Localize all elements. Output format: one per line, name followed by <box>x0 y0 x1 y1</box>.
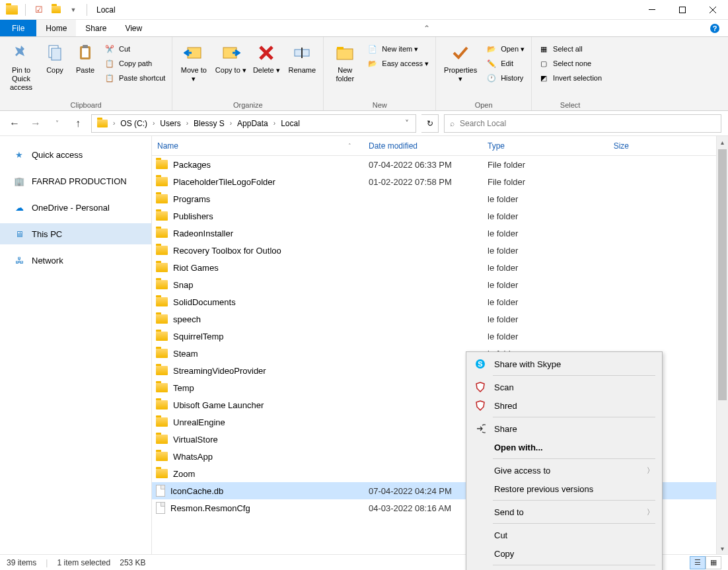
row-type: le folder <box>482 314 581 324</box>
svg-rect-8 <box>83 45 88 48</box>
breadcrumb[interactable]: › OS (C:)› Users› Blessy S› AppData› Loc… <box>91 114 416 133</box>
sidebar-quick-access[interactable]: ★ Quick access <box>0 144 151 165</box>
crumb-1[interactable]: Users <box>156 115 184 132</box>
help-button[interactable]: ? <box>702 20 728 36</box>
copy-path-button[interactable]: 📋Copy path <box>102 57 168 70</box>
table-row[interactable]: Recovery Toolbox for Outloole folder <box>152 242 728 259</box>
open-button[interactable]: 📂Open ▾ <box>484 42 527 55</box>
paste-button[interactable]: Paste <box>71 40 99 77</box>
properties-button[interactable]: Properties ▾ <box>440 40 481 86</box>
ribbon-group-select: ▦Select all ▢Select none ◩Invert selecti… <box>532 37 608 110</box>
new-item-button[interactable]: 📄New item ▾ <box>365 42 431 55</box>
close-button[interactable] <box>698 0 728 20</box>
scroll-up-button[interactable]: ▴ <box>717 136 728 148</box>
table-row[interactable]: Programsle folder <box>152 190 728 207</box>
context-menu-item[interactable]: Send to〉 <box>468 503 661 521</box>
easy-access-button[interactable]: 📂Easy access ▾ <box>365 57 431 70</box>
delete-button[interactable]: Delete ▾ <box>250 40 282 77</box>
context-menu-item[interactable]: Copy <box>468 544 661 563</box>
sidebar-farrad[interactable]: 🏢 FARRAD PRODUCTION <box>0 170 151 192</box>
scroll-down-button[interactable]: ▾ <box>717 542 728 554</box>
edit-button[interactable]: ✏️Edit <box>484 57 527 70</box>
search-input[interactable]: ⌕ Search Local <box>444 114 721 133</box>
context-menu-item[interactable]: Open with... <box>468 438 661 456</box>
folder-icon <box>156 349 168 358</box>
row-name: SolidDocuments <box>173 297 236 307</box>
sidebar-this-pc[interactable]: 🖥 This PC <box>0 223 151 244</box>
folder-icon <box>156 211 168 221</box>
crumb-3[interactable]: AppData <box>233 115 272 132</box>
context-menu-item[interactable]: Give access to〉 <box>468 461 661 480</box>
breadcrumb-dropdown[interactable]: ˅ <box>400 119 414 128</box>
icons-view-button[interactable]: ▦ <box>706 556 721 569</box>
qat-folder-icon[interactable] <box>50 3 63 17</box>
context-menu-item[interactable]: Restore previous versions <box>468 480 661 498</box>
table-row[interactable]: Riot Gamesle folder <box>152 259 728 276</box>
table-row[interactable]: Snaple folder <box>152 276 728 293</box>
new-folder-button[interactable]: New folder <box>328 40 362 86</box>
folder-icon <box>156 297 168 306</box>
row-type: le folder <box>482 211 581 221</box>
context-menu-separator <box>493 500 655 501</box>
table-row[interactable]: Publishersle folder <box>152 207 728 225</box>
table-row[interactable]: Packages07-04-2022 06:33 PMFile folder <box>152 156 728 173</box>
context-menu-item[interactable]: Scan <box>468 378 661 396</box>
cut-icon: ✂️ <box>104 44 115 54</box>
row-name: Snap <box>173 280 193 290</box>
search-icon: ⌕ <box>450 119 455 128</box>
minimize-button[interactable] <box>637 0 667 20</box>
context-menu-item[interactable]: Cut <box>468 526 661 544</box>
tab-file[interactable]: File <box>0 20 36 36</box>
maximize-button[interactable] <box>667 0 698 20</box>
pin-quick-access-button[interactable]: Pin to Quick access <box>4 40 38 94</box>
invert-selection-button[interactable]: ◩Invert selection <box>536 71 604 85</box>
crumb-2[interactable]: Blessy S <box>190 115 229 132</box>
forward-button[interactable]: → <box>28 116 44 131</box>
crumb-0[interactable]: OS (C:) <box>116 115 151 132</box>
row-date: 07-04-2022 06:33 PM <box>363 160 482 170</box>
rename-button[interactable]: Rename <box>285 40 319 77</box>
folder-icon <box>156 417 168 427</box>
context-menu-item[interactable]: SShare with Skype <box>468 355 661 373</box>
sidebar-onedrive[interactable]: ☁ OneDrive - Personal <box>0 197 151 218</box>
quick-access-check-icon[interactable]: ☑ <box>32 3 46 17</box>
vertical-scrollbar[interactable]: ▴ ▾ <box>716 136 728 554</box>
table-row[interactable]: PlaceholderTileLogoFolder01-02-2022 07:5… <box>152 173 728 190</box>
table-row[interactable]: SolidDocumentsle folder <box>152 293 728 310</box>
crumb-4[interactable]: Local <box>277 115 304 132</box>
table-row[interactable]: SquirrelTemple folder <box>152 328 728 345</box>
context-menu-item[interactable]: Create shortcut <box>468 567 661 570</box>
scroll-thumb[interactable] <box>718 149 727 400</box>
table-row[interactable]: RadeonInstallerle folder <box>152 225 728 242</box>
cloud-icon: ☁ <box>13 201 25 213</box>
paste-shortcut-button[interactable]: 📋Paste shortcut <box>102 71 168 85</box>
drive-icon <box>97 120 108 127</box>
tab-share[interactable]: Share <box>76 20 116 36</box>
details-view-button[interactable]: ☰ <box>690 556 706 569</box>
back-button[interactable]: ← <box>7 116 22 131</box>
sidebar-network[interactable]: 🖧 Network <box>0 250 151 271</box>
copy-button[interactable]: Copy <box>41 40 69 77</box>
context-menu-item[interactable]: Shred <box>468 396 661 415</box>
copy-to-button[interactable]: Copy to ▾ <box>213 40 248 77</box>
context-menu-label: Copy <box>494 549 654 559</box>
move-to-button[interactable]: Move to ▾ <box>176 40 211 86</box>
column-headers[interactable]: Name ˄ Date modified Type Size <box>152 136 728 156</box>
qat-dropdown-icon[interactable]: ▼ <box>67 3 80 17</box>
select-none-button[interactable]: ▢Select none <box>536 57 604 70</box>
copy-to-icon <box>220 42 241 63</box>
table-row[interactable]: speechle folder <box>152 310 728 328</box>
cut-button[interactable]: ✂️Cut <box>102 42 168 55</box>
select-all-button[interactable]: ▦Select all <box>536 42 604 55</box>
recent-dropdown[interactable]: ˅ <box>49 116 65 131</box>
history-button[interactable]: 🕐History <box>484 71 527 85</box>
refresh-button[interactable]: ↻ <box>421 114 439 133</box>
collapse-ribbon-button[interactable]: ⌃ <box>414 20 440 36</box>
tab-home[interactable]: Home <box>36 20 76 36</box>
folder-icon <box>156 332 168 341</box>
up-button[interactable]: ↑ <box>70 116 86 131</box>
tab-view[interactable]: View <box>116 20 151 36</box>
context-menu-item[interactable]: Share <box>468 419 661 438</box>
row-type: le folder <box>482 280 581 290</box>
share-icon <box>473 423 488 434</box>
